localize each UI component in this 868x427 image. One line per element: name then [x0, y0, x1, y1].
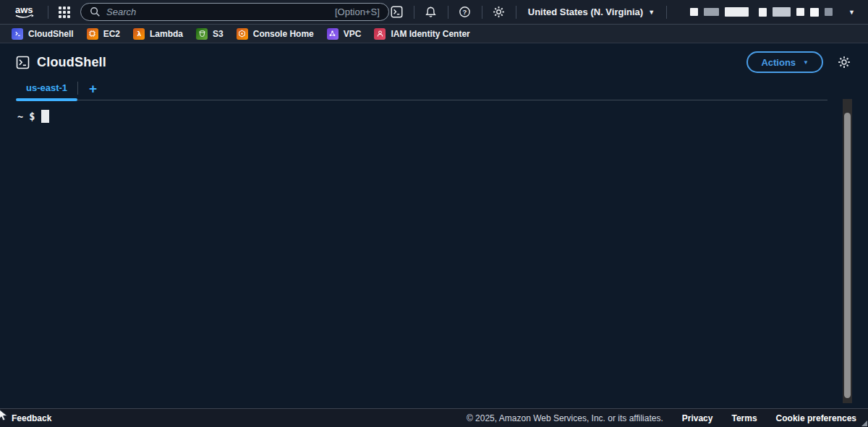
search-shortcut: [Option+S]: [335, 7, 380, 17]
redacted-account-block: [704, 8, 719, 16]
feedback-link[interactable]: Feedback: [12, 413, 51, 423]
svg-text:aws: aws: [15, 4, 33, 15]
favorites-bar: CloudShell EC2 λ Lambda S3 Console Home: [0, 24, 868, 43]
cloudshell-page: CloudShell Actions ▼: [0, 43, 868, 408]
account-menu[interactable]: ▼: [690, 7, 855, 17]
nav-divider: [516, 6, 516, 19]
svg-text:?: ?: [463, 8, 467, 16]
favorite-label: VPC: [344, 29, 362, 39]
top-navigation-bar: aws Search [Option+S]: [0, 0, 868, 24]
nav-divider: [482, 6, 482, 19]
terminal[interactable]: ~ $: [0, 100, 868, 408]
favorite-label: Lambda: [150, 29, 183, 39]
favorite-label: Console Home: [253, 29, 314, 39]
copyright-text: © 2025, Amazon Web Services, Inc. or its…: [467, 413, 663, 423]
favorite-console-home[interactable]: Console Home: [237, 28, 314, 40]
aws-logo-icon: aws: [13, 4, 35, 20]
search-icon: [90, 7, 101, 17]
redacted-account-block: [796, 8, 804, 16]
terminal-scrollbar-track[interactable]: [843, 99, 852, 403]
resize-grip: [861, 420, 867, 426]
redacted-account-block: [690, 8, 698, 16]
favorite-label: CloudShell: [28, 29, 74, 39]
terminal-cursor: [41, 110, 49, 123]
favorite-cloudshell[interactable]: CloudShell: [12, 28, 74, 40]
region-label: United States (N. Virginia): [528, 7, 643, 17]
console-home-service-icon: [237, 28, 248, 40]
favorite-label: IAM Identity Center: [391, 29, 469, 39]
footer: Feedback © 2025, Amazon Web Services, In…: [0, 408, 868, 427]
aws-logo[interactable]: aws: [9, 4, 39, 20]
lambda-service-icon: λ: [133, 28, 145, 40]
cloudshell-page-icon: [16, 56, 30, 69]
favorite-label: S3: [213, 29, 224, 39]
vpc-service-icon: [327, 28, 339, 40]
tab-us-east-1[interactable]: us-east-1: [16, 82, 77, 100]
settings-gear-icon[interactable]: [491, 4, 507, 20]
favorite-s3[interactable]: S3: [196, 28, 224, 40]
actions-button-label: Actions: [761, 57, 796, 68]
ec2-service-icon: [87, 28, 98, 40]
apps-grid-icon[interactable]: [57, 5, 72, 20]
favorite-iam-identity-center[interactable]: IAM Identity Center: [374, 28, 469, 40]
region-selector[interactable]: United States (N. Virginia) ▼: [525, 7, 658, 17]
nav-divider: [48, 6, 48, 19]
actions-button[interactable]: Actions ▼: [746, 51, 823, 73]
help-icon[interactable]: ?: [457, 4, 473, 20]
redacted-account-block: [759, 8, 767, 17]
favorite-vpc[interactable]: VPC: [327, 28, 362, 40]
redacted-account-block: [725, 7, 749, 17]
search-bar[interactable]: Search [Option+S]: [80, 3, 389, 21]
svg-text:λ: λ: [137, 30, 141, 38]
page-header: CloudShell Actions ▼: [0, 43, 868, 74]
nav-divider: [448, 6, 448, 19]
redacted-account-block: [773, 7, 791, 17]
terminal-tab-bar: us-east-1 +: [16, 80, 827, 100]
cloudshell-terminal-icon[interactable]: [389, 4, 405, 20]
search-placeholder: Search: [106, 7, 136, 17]
favorite-ec2[interactable]: EC2: [87, 28, 120, 40]
terminal-prompt: ~ $: [17, 111, 35, 122]
privacy-link[interactable]: Privacy: [682, 413, 713, 423]
page-title: CloudShell: [37, 55, 106, 70]
cloudshell-settings-gear-icon[interactable]: [836, 54, 852, 70]
notifications-bell-icon[interactable]: [423, 4, 439, 20]
cloudshell-service-icon: [12, 28, 23, 40]
iam-identity-center-service-icon: [374, 28, 386, 40]
s3-service-icon: [196, 28, 208, 40]
chevron-down-icon: ▼: [848, 9, 855, 16]
favorite-label: EC2: [103, 29, 120, 39]
redacted-account-block: [810, 8, 819, 17]
nav-divider: [666, 6, 667, 19]
redacted-account-block: [825, 8, 833, 16]
nav-right-group: ? United States (N. Virginia): [389, 4, 859, 20]
cookie-preferences-link[interactable]: Cookie preferences: [776, 413, 856, 423]
add-tab-button[interactable]: +: [78, 82, 108, 100]
chevron-down-icon: ▼: [803, 59, 809, 66]
terminal-scrollbar-thumb[interactable]: [844, 113, 851, 398]
chevron-down-icon: ▼: [648, 9, 655, 16]
aws-console-window: aws Search [Option+S]: [0, 0, 868, 427]
favorite-lambda[interactable]: λ Lambda: [133, 28, 183, 40]
nav-divider: [414, 6, 414, 19]
terms-link[interactable]: Terms: [731, 413, 757, 423]
